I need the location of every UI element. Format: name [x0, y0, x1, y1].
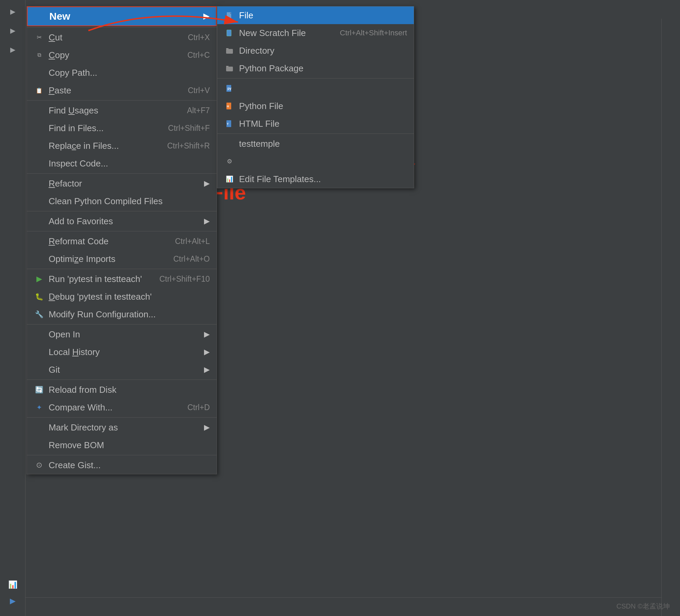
git-icon	[34, 364, 45, 375]
python-file-icon: py	[224, 83, 235, 94]
inspect-icon	[34, 158, 45, 169]
menu-item-open-in[interactable]: Open In ▶	[27, 325, 217, 343]
submenu-item-python-file[interactable]: py	[217, 80, 414, 97]
menu-item-reformat[interactable]: Reformat Code Ctrl+Alt+L	[27, 232, 217, 250]
chevron-right-icon: ▶	[10, 7, 15, 16]
chevron-right-icon-3: ▶	[10, 46, 15, 54]
github-icon: ⊙	[34, 460, 45, 471]
favorites-arrow-icon: ▶	[204, 217, 210, 226]
menu-item-find-files[interactable]: Find in Files... Ctrl+Shift+F	[27, 119, 217, 137]
right-panel	[661, 19, 680, 616]
sidebar-icon-run[interactable]: ▶	[4, 593, 21, 609]
replace-files-icon	[34, 140, 45, 151]
sidebar-expand-1[interactable]: ▶	[4, 3, 21, 20]
menu-item-replace-files[interactable]: Replace in Files... Ctrl+Shift+R	[27, 137, 217, 155]
svg-text:py: py	[227, 87, 232, 90]
menu-item-favorites[interactable]: Add to Favorites ▶	[27, 212, 217, 230]
new-arrow-icon: ▶	[203, 12, 209, 21]
run-icon: ▶	[10, 597, 16, 605]
copy-icon: ⧉	[34, 50, 45, 60]
submenu-item-edit-templates[interactable]: testtemple	[217, 135, 414, 153]
submenu: File New Scratch File Ctrl+Alt+Shift+Ins…	[217, 6, 414, 188]
edit-templates-icon	[224, 138, 235, 149]
submenu-item-directory[interactable]: Directory	[217, 42, 414, 59]
separator-7	[27, 324, 217, 324]
submenu-item-editorconfig[interactable]: ⚙	[217, 153, 414, 170]
local-history-arrow-icon: ▶	[204, 348, 210, 356]
svg-rect-2	[226, 49, 233, 54]
reload-icon: 🔄	[34, 384, 45, 395]
menu-item-local-history[interactable]: Local History ▶	[27, 343, 217, 361]
mark-dir-arrow-icon: ▶	[204, 423, 210, 432]
menu-item-cut[interactable]: ✂ Cut Ctrl+X	[27, 29, 217, 46]
svg-rect-1	[227, 30, 231, 36]
context-menu: New ▶ ✂ Cut Ctrl+X ⧉ Copy Ctrl+C Copy Pa…	[27, 6, 217, 474]
separator-10	[27, 455, 217, 455]
menu-item-run[interactable]: ▶ Run 'pytest in testteach' Ctrl+Shift+F…	[27, 270, 217, 288]
menu-item-debug[interactable]: 🐛 Debug 'pytest in testteach'	[27, 288, 217, 305]
menu-item-refactor[interactable]: Refactor ▶	[27, 175, 217, 192]
sidebar-left: ▶ ▶ ▶ 📊 ▶	[0, 0, 26, 616]
menu-item-find-usages[interactable]: Find Usages Alt+F7	[27, 102, 217, 119]
menu-item-mark-dir[interactable]: Mark Directory as ▶	[27, 419, 217, 436]
submenu-item-html-file[interactable]: H Python File	[217, 97, 414, 115]
mark-dir-icon	[34, 422, 45, 433]
cut-icon: ✂	[34, 32, 45, 43]
menu-item-create-gist[interactable]: ⊙ Create Gist...	[27, 456, 217, 474]
submenu-separator-1	[217, 78, 414, 78]
graph-icon: 📊	[8, 580, 17, 589]
sidebar-expand-3[interactable]: ▶	[4, 41, 21, 58]
menu-item-paste[interactable]: 📋 Paste Ctrl+V	[27, 82, 217, 99]
submenu-item-file[interactable]: File	[217, 6, 414, 24]
open-in-icon	[34, 329, 45, 340]
separator-5	[27, 231, 217, 231]
paste-icon: 📋	[34, 85, 45, 96]
separator-8	[27, 380, 217, 380]
submenu-item-testtemple[interactable]: T HTML File	[217, 115, 414, 133]
scratch-icon	[224, 28, 235, 38]
menu-item-inspect[interactable]: Inspect Code...	[27, 155, 217, 172]
file-icon	[224, 10, 235, 21]
refactor-arrow-icon: ▶	[204, 179, 210, 188]
submenu-item-resource-bundle[interactable]: 📊 Edit File Templates...	[217, 170, 414, 188]
menu-item-copy-path[interactable]: Copy Path...	[27, 64, 217, 82]
copy-path-icon	[34, 67, 45, 78]
submenu-item-python-package[interactable]: Python Package	[217, 59, 414, 77]
remove-bom-icon	[34, 440, 45, 451]
menu-item-compare[interactable]: ✦ Compare With... Ctrl+D	[27, 399, 217, 416]
modify-run-icon: 🔧	[34, 309, 45, 320]
run-pytest-icon: ▶	[34, 274, 45, 284]
menu-item-git[interactable]: Git ▶	[27, 361, 217, 379]
find-files-icon	[34, 123, 45, 134]
menu-item-new[interactable]: New ▶	[27, 6, 217, 26]
submenu-item-scratch[interactable]: New Scratch File Ctrl+Alt+Shift+Insert	[217, 24, 414, 42]
svg-rect-3	[226, 67, 233, 71]
reformat-icon	[34, 236, 45, 247]
menu-item-optimize[interactable]: Optimize Imports Ctrl+Alt+O	[27, 250, 217, 268]
separator-4	[27, 211, 217, 211]
resource-bundle-icon: 📊	[224, 174, 235, 184]
editorconfig-icon: ⚙	[224, 156, 235, 167]
menu-item-remove-bom[interactable]: Remove BOM	[27, 436, 217, 454]
menu-item-reload[interactable]: 🔄 Reload from Disk	[27, 381, 217, 399]
separator-3	[27, 173, 217, 174]
debug-icon: 🐛	[34, 291, 45, 302]
separator-2	[27, 100, 217, 101]
find-usages-icon	[34, 105, 45, 116]
optimize-icon	[34, 253, 45, 264]
sidebar-icon-graph[interactable]: 📊	[4, 577, 21, 593]
favorites-icon	[34, 216, 45, 227]
directory-icon	[224, 45, 235, 56]
svg-text:H: H	[227, 105, 229, 108]
svg-text:T: T	[227, 122, 229, 126]
menu-item-modify-run[interactable]: 🔧 Modify Run Configuration...	[27, 305, 217, 323]
menu-item-copy[interactable]: ⧉ Copy Ctrl+C	[27, 46, 217, 64]
menu-item-clean[interactable]: Clean Python Compiled Files	[27, 192, 217, 210]
sidebar-expand-2[interactable]: ▶	[4, 22, 21, 39]
refactor-icon	[34, 178, 45, 189]
html-file-icon: H	[224, 101, 235, 111]
chevron-right-icon-2: ▶	[10, 27, 15, 35]
clean-icon	[34, 196, 45, 207]
new-icon	[34, 11, 45, 22]
watermark: CSDN ©老孟说坤	[616, 602, 670, 611]
